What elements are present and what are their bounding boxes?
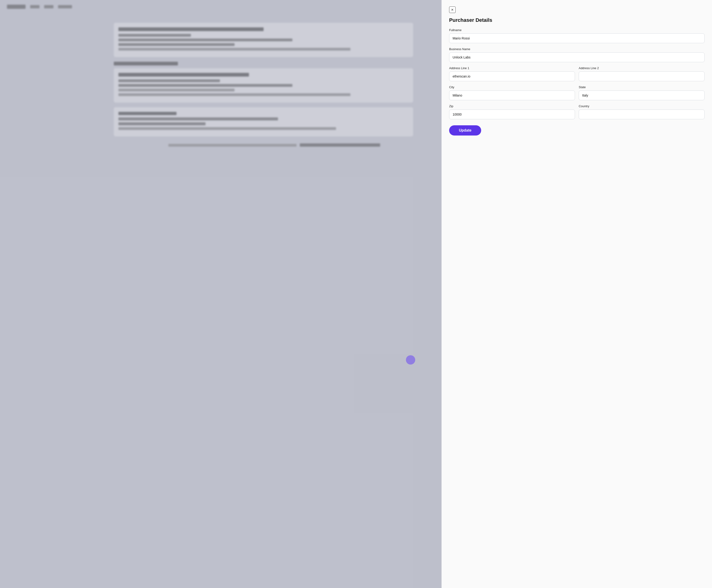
zip-country-row: Zip Country	[449, 104, 705, 119]
state-group: State	[579, 85, 705, 100]
state-label: State	[579, 85, 705, 89]
business-name-label: Business Name	[449, 47, 705, 51]
background-overlay	[0, 0, 442, 588]
country-label: Country	[579, 104, 705, 108]
purchaser-details-panel: ✕ Purchaser Details Fullname Business Na…	[442, 0, 712, 588]
address-line1-input[interactable]	[449, 71, 575, 81]
update-button[interactable]: Update	[449, 125, 481, 135]
fullname-label: Fullname	[449, 28, 705, 32]
city-group: City	[449, 85, 575, 100]
fullname-group: Fullname	[449, 28, 705, 43]
zip-group: Zip	[449, 104, 575, 119]
address-line1-group: Address Line 1	[449, 66, 575, 81]
business-name-input[interactable]	[449, 52, 705, 62]
address-row: Address Line 1 Address Line 2	[449, 66, 705, 81]
city-state-row: City State	[449, 85, 705, 100]
panel-title: Purchaser Details	[449, 17, 705, 23]
address-line2-group: Address Line 2	[579, 66, 705, 81]
state-input[interactable]	[579, 90, 705, 100]
zip-input[interactable]	[449, 109, 575, 119]
close-button[interactable]: ✕	[449, 6, 455, 13]
close-icon: ✕	[451, 8, 454, 12]
fullname-input[interactable]	[449, 34, 705, 43]
address-line2-label: Address Line 2	[579, 66, 705, 70]
address-line1-label: Address Line 1	[449, 66, 575, 70]
city-label: City	[449, 85, 575, 89]
city-input[interactable]	[449, 90, 575, 100]
country-group: Country	[579, 104, 705, 119]
country-input[interactable]	[579, 109, 705, 119]
zip-label: Zip	[449, 104, 575, 108]
address-line2-input[interactable]	[579, 71, 705, 81]
business-name-group: Business Name	[449, 47, 705, 62]
